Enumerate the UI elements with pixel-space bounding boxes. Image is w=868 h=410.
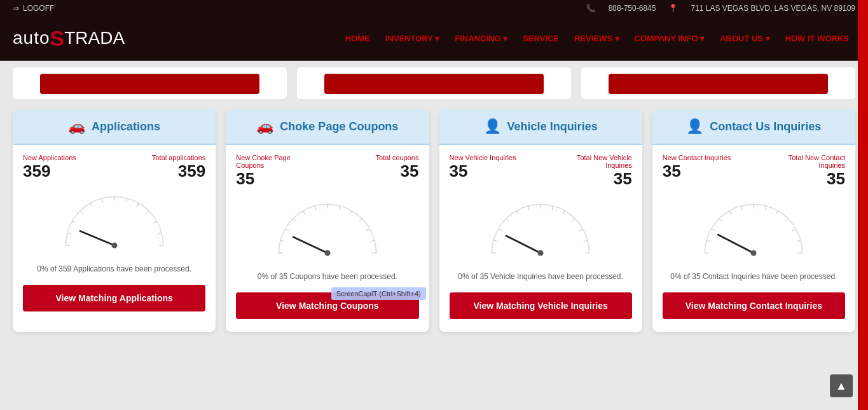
contact-new-value: 35 (663, 161, 731, 181)
applications-card-header: 🚗 Applications (13, 109, 216, 145)
location-icon: 📍 (668, 4, 678, 13)
svg-line-13 (80, 231, 114, 246)
applications-gauge (57, 188, 172, 257)
contact-info: 📞 888-750-6845 📍 711 LAS VEGAS BLVD, LAS… (586, 4, 855, 13)
vehicle-gauge-svg (483, 195, 598, 265)
nav-links: HOME INVENTORY ▾ FINANCING ▾ SERVICE REV… (339, 29, 855, 48)
coupons-card-header: 🚗 Choke Page Coupons (226, 109, 429, 145)
top-cards-row (13, 67, 855, 99)
logoff-label: LOGOFF (23, 4, 54, 13)
vehicle-gauge (483, 195, 598, 265)
top-card-stub-2 (297, 67, 571, 99)
svg-point-14 (111, 243, 117, 249)
coupons-total-label: Total coupons (376, 154, 419, 161)
contact-desc: 0% of 35 Contact Inquiries have been pro… (660, 269, 847, 289)
coupons-new-value: 35 (236, 169, 291, 189)
vehicle-new-value: 35 (450, 161, 516, 181)
logoff-button[interactable]: ⇒ LOGOFF (13, 4, 54, 13)
nav-inventory[interactable]: INVENTORY ▾ (379, 29, 446, 48)
contact-total-value: 35 (789, 169, 845, 189)
logo: autoSTRADA (13, 26, 125, 51)
right-scrollbar[interactable] (858, 0, 868, 351)
contact-title: Contact Us Inquiries (710, 120, 821, 133)
applications-new-stat: New Applications 359 (23, 154, 76, 181)
vehicle-total-label2: Inquiries (577, 161, 632, 169)
applications-card: 🚗 Applications New Applications 359 Tota… (13, 109, 216, 332)
vehicle-total-value: 35 (577, 169, 632, 189)
screencapt-tooltip: ScreenCapIT (Ctrl+Shift+4) (331, 287, 426, 300)
applications-gauge-svg (57, 188, 172, 257)
top-card-stub-3 (581, 67, 855, 99)
coupons-total-stat: Total coupons 35 (376, 154, 419, 189)
contact-person-icon: 👤 (686, 118, 703, 135)
coupons-total-value: 35 (376, 161, 419, 181)
applications-total-stat: Total applications 359 (152, 154, 205, 181)
view-matching-applications-button[interactable]: View Matching Applications (23, 285, 205, 311)
phone-number: 888-750-6845 (609, 4, 656, 13)
applications-new-label: New Applications (23, 154, 76, 161)
contact-inquiries-card: 👤 Contact Us Inquiries New Contact Inqui… (652, 109, 855, 332)
applications-stats: New Applications 359 Total applications … (13, 145, 216, 181)
contact-gauge-svg (696, 195, 811, 265)
main-nav: autoSTRADA HOME INVENTORY ▾ FINANCING ▾ … (0, 17, 868, 61)
vehicle-stats: New Vehicle Inquiries 35 Total New Vehic… (439, 145, 642, 189)
nav-financing[interactable]: FINANCING ▾ (448, 29, 514, 48)
applications-total-label: Total applications (152, 154, 205, 161)
svg-line-28 (293, 237, 327, 253)
coupons-desc: 0% of 35 Coupons have been processed. (247, 269, 408, 289)
vehicle-total-label: Total New Vehicle (577, 154, 632, 161)
coupons-title: Choke Page Coupons (280, 120, 398, 133)
phone-icon: 📞 (586, 4, 596, 13)
top-bar: ⇒ LOGOFF 📞 888-750-6845 📍 711 LAS VEGAS … (0, 0, 868, 17)
svg-point-44 (538, 250, 544, 256)
coupons-stats: New Choke Page Coupons 35 Total coupons … (226, 145, 429, 189)
applications-total-value: 359 (152, 161, 205, 181)
logo-s-text: S (50, 26, 65, 51)
address: 711 LAS VEGAS BLVD, LAS VEGAS, NV 89109 (691, 4, 855, 13)
vehicle-inquiries-card: 👤 Vehicle Inquiries New Vehicle Inquirie… (439, 109, 642, 332)
applications-desc: 0% of 359 Applications have been process… (27, 261, 202, 281)
svg-point-59 (751, 250, 757, 256)
coupons-new-stat: New Choke Page Coupons 35 (236, 154, 291, 189)
contact-total-label: Total New Contact (789, 154, 845, 161)
nav-reviews[interactable]: REVIEWS ▾ (568, 29, 626, 48)
applications-new-value: 359 (23, 161, 76, 181)
contact-total-stat: Total New Contact Inquiries 35 (789, 154, 845, 189)
nav-about-us[interactable]: ABOUT US ▾ (713, 29, 776, 48)
main-content: 🚗 Applications New Applications 359 Tota… (0, 61, 868, 351)
contact-stats: New Contact Inquiries 35 Total New Conta… (652, 145, 855, 189)
svg-line-58 (719, 235, 754, 253)
applications-title: Applications (92, 120, 160, 133)
coupons-gauge (270, 195, 385, 265)
vehicle-new-label: New Vehicle Inquiries (450, 154, 516, 161)
contact-gauge (696, 195, 811, 265)
logo-auto-text: auto (13, 28, 50, 48)
coupons-new-label2: Coupons (236, 161, 291, 169)
nav-service[interactable]: SERVICE (516, 29, 565, 48)
vehicle-total-stat: Total New Vehicle Inquiries 35 (577, 154, 632, 189)
logo-trada-text: TRADA (64, 28, 125, 48)
vehicle-title: Vehicle Inquiries (507, 120, 598, 133)
vehicle-person-icon: 👤 (484, 118, 501, 135)
nav-how-it-works[interactable]: HOW IT WORKS (779, 29, 855, 48)
contact-new-label: New Contact Inquiries (663, 154, 731, 161)
view-matching-vehicle-inquiries-button[interactable]: View Matching Vehicle Inquiries (450, 292, 632, 319)
contact-new-stat: New Contact Inquiries 35 (663, 154, 731, 189)
nav-home[interactable]: HOME (339, 29, 376, 48)
vehicle-new-stat: New Vehicle Inquiries 35 (450, 154, 516, 189)
svg-point-29 (324, 250, 330, 256)
svg-line-43 (506, 236, 541, 253)
logoff-icon: ⇒ (13, 4, 19, 13)
vehicle-card-header: 👤 Vehicle Inquiries (439, 109, 642, 145)
applications-car-icon: 🚗 (68, 118, 85, 135)
coupons-new-label: New Choke Page (236, 154, 291, 161)
coupons-car-icon: 🚗 (256, 118, 273, 135)
top-card-stub-1 (13, 67, 287, 99)
contact-total-label2: Inquiries (789, 161, 845, 169)
cards-row: 🚗 Applications New Applications 359 Tota… (13, 109, 855, 332)
contact-card-header: 👤 Contact Us Inquiries (652, 109, 855, 145)
coupons-gauge-svg (270, 195, 385, 265)
vehicle-desc: 0% of 35 Vehicle Inquiries have been pro… (448, 269, 633, 289)
view-matching-contact-inquiries-button[interactable]: View Matching Contact Inquiries (663, 292, 845, 319)
nav-company-info[interactable]: COMPANY INFO ▾ (628, 29, 712, 48)
